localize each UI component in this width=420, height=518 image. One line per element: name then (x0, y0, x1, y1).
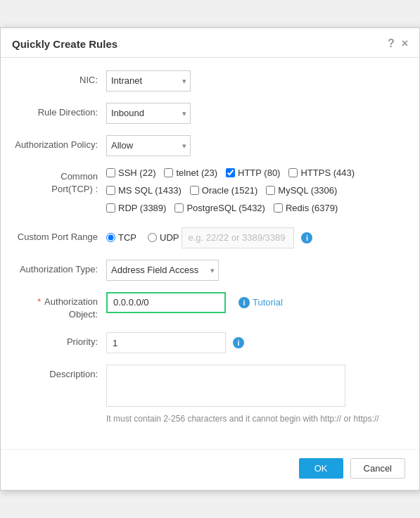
port-info-icon[interactable]: i (301, 232, 312, 244)
auth-type-select[interactable]: Address Field Access Security Group (106, 260, 219, 281)
priority-label: Priority: (15, 332, 106, 348)
port-redis[interactable]: Redis (6379) (274, 203, 338, 213)
protocol-radios: TCP UDP (106, 232, 179, 243)
ok-button[interactable]: OK (299, 458, 343, 479)
udp-label: UDP (160, 232, 179, 243)
checkbox-postgresql[interactable] (174, 203, 184, 213)
tutorial-info-icon: i (238, 297, 250, 308)
dialog-header: Quickly Create Rules ? × (1, 28, 419, 58)
port-mssql[interactable]: MS SQL (1433) (106, 185, 182, 196)
description-hint: It must contain 2-256 characters and it … (106, 412, 379, 425)
auth-policy-control: Allow Deny (106, 135, 405, 156)
rule-direction-row: Rule Direction: Inbound Outbound (15, 103, 405, 124)
nic-control: Intranet Internet (106, 70, 405, 91)
rule-direction-select[interactable]: Inbound Outbound (106, 103, 191, 124)
radio-tcp[interactable]: TCP (106, 232, 136, 243)
checkbox-rdp[interactable] (106, 203, 115, 213)
radio-input-udp[interactable] (148, 233, 157, 242)
rule-direction-label: Rule Direction: (15, 103, 106, 119)
description-row: Description: It must contain 2-256 chara… (15, 365, 405, 425)
port-rdp[interactable]: RDP (3389) (106, 203, 166, 213)
tcp-label: TCP (118, 232, 136, 243)
auth-type-label: Authorization Type: (15, 260, 106, 276)
help-icon[interactable]: ? (388, 38, 395, 49)
auth-type-control: Address Field Access Security Group (106, 260, 405, 281)
close-icon[interactable]: × (402, 38, 408, 49)
port-ssh[interactable]: SSH (22) (106, 168, 155, 178)
cancel-button[interactable]: Cancel (350, 458, 405, 479)
description-textarea[interactable] (106, 365, 345, 407)
checkbox-https[interactable] (288, 168, 298, 177)
nic-select[interactable]: Intranet Internet (106, 70, 191, 91)
tutorial-label: Tutorial (253, 297, 283, 308)
dialog-footer: OK Cancel (1, 449, 419, 490)
priority-info-icon[interactable]: i (233, 337, 244, 348)
radio-input-tcp[interactable] (106, 233, 115, 242)
header-icons: ? × (388, 38, 408, 49)
auth-type-select-wrap: Address Field Access Security Group (106, 260, 219, 281)
common-port-control: SSH (22) telnet (23) HTTP (80) HTTPS (44… (106, 168, 405, 216)
dialog-body: NIC: Intranet Internet Rule Direction: I… (1, 58, 419, 443)
port-checkboxes: SSH (22) telnet (23) HTTP (80) HTTPS (44… (106, 168, 405, 216)
auth-object-label: * AuthorizationObject: (15, 292, 106, 321)
common-port-label: CommonPort(TCP) : (15, 168, 106, 196)
custom-port-control: TCP UDP i (106, 227, 405, 248)
checkbox-http[interactable] (226, 168, 235, 177)
checkbox-redis[interactable] (274, 203, 283, 213)
nic-select-wrap: Intranet Internet (106, 70, 191, 91)
checkbox-mysql[interactable] (266, 186, 275, 195)
priority-control: i (106, 332, 405, 353)
description-control: It must contain 2-256 characters and it … (106, 365, 405, 425)
rule-direction-control: Inbound Outbound (106, 103, 405, 124)
rule-direction-select-wrap: Inbound Outbound (106, 103, 191, 124)
auth-object-input[interactable] (106, 292, 226, 313)
checkbox-telnet[interactable] (164, 168, 173, 177)
port-range-input[interactable] (182, 227, 294, 248)
port-http[interactable]: HTTP (80) (226, 168, 280, 178)
tutorial-link[interactable]: i Tutorial (234, 297, 283, 308)
dialog-title: Quickly Create Rules (12, 38, 117, 50)
checkbox-oracle[interactable] (190, 186, 199, 195)
priority-input[interactable] (106, 332, 226, 353)
auth-policy-row: Authorization Policy: Allow Deny (15, 135, 405, 156)
custom-port-row: Custom Port Range TCP UDP i (15, 227, 405, 248)
priority-row: Priority: i (15, 332, 405, 353)
nic-label: NIC: (15, 70, 106, 87)
description-label: Description: (15, 365, 106, 381)
dialog-quickly-create-rules: Quickly Create Rules ? × NIC: Intranet I… (0, 27, 420, 491)
port-https[interactable]: HTTPS (443) (288, 168, 355, 178)
auth-object-row: * AuthorizationObject: i Tutorial (15, 292, 405, 321)
nic-row: NIC: Intranet Internet (15, 70, 405, 91)
auth-type-row: Authorization Type: Address Field Access… (15, 260, 405, 281)
required-marker: * (37, 296, 41, 307)
checkbox-ssh[interactable] (106, 168, 115, 177)
auth-policy-select-wrap: Allow Deny (106, 135, 191, 156)
port-postgresql[interactable]: PostgreSQL (5432) (174, 203, 265, 213)
auth-policy-label: Authorization Policy: (15, 135, 106, 151)
common-port-row: CommonPort(TCP) : SSH (22) telnet (23) H… (15, 168, 405, 216)
radio-udp[interactable]: UDP (148, 232, 179, 243)
port-telnet[interactable]: telnet (23) (164, 168, 217, 178)
checkbox-mssql[interactable] (106, 186, 115, 195)
auth-policy-select[interactable]: Allow Deny (106, 135, 191, 156)
auth-object-control: i Tutorial (106, 292, 405, 313)
custom-port-label: Custom Port Range (15, 227, 106, 244)
port-oracle[interactable]: Oracle (1521) (190, 185, 257, 196)
port-mysql[interactable]: MySQL (3306) (266, 185, 337, 196)
